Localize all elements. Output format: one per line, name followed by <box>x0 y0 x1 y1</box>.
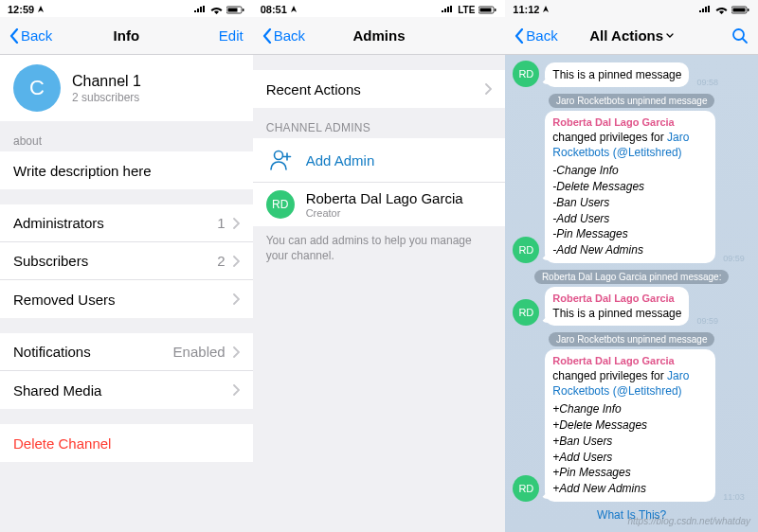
avatar: RD <box>513 299 539 326</box>
admin-role: Creator <box>306 207 493 219</box>
sender-name: Roberta Dal Lago Garcia <box>552 292 681 306</box>
row-value: 1 <box>217 215 225 231</box>
location-icon <box>542 6 550 13</box>
chevron-right-icon <box>233 293 240 305</box>
channel-admins-header: CHANNEL ADMINS <box>253 108 506 138</box>
status-icons <box>193 6 245 14</box>
admin-row[interactable]: RD Roberta Dal Lago GarciaCreator <box>253 183 506 226</box>
avatar: RD <box>266 190 295 219</box>
svg-rect-9 <box>748 9 749 11</box>
sender-name: Roberta Dal Lago Garcia <box>552 354 708 368</box>
removed-users-row[interactable]: Removed Users <box>0 280 253 318</box>
avatar: RD <box>513 475 539 502</box>
row-label: Recent Actions <box>266 81 486 98</box>
page-title: Info <box>114 27 140 44</box>
channel-avatar[interactable]: C <box>13 64 61 112</box>
action-pill: Jaro Rocketbots unpinned message <box>549 94 715 108</box>
search-button[interactable] <box>701 27 749 44</box>
status-bar: 12:59 <box>0 0 253 17</box>
svg-rect-4 <box>480 8 492 11</box>
svg-point-10 <box>733 29 744 40</box>
sender-name: Roberta Dal Lago Garcia <box>552 115 708 130</box>
row-label: Shared Media <box>13 382 233 399</box>
action-pill: Jaro Rocketbots unpinned message <box>549 332 715 346</box>
message-bubble[interactable]: Roberta Dal Lago Garcia changed privileg… <box>545 349 715 502</box>
channel-name: Channel 1 <box>72 73 141 90</box>
location-icon <box>290 6 298 13</box>
row-label: Administrators <box>13 215 217 231</box>
avatar: RD <box>513 237 539 263</box>
chevron-left-icon <box>514 28 524 44</box>
description-row[interactable]: Write description here <box>0 151 253 189</box>
about-header: about <box>0 121 253 151</box>
recent-actions-row[interactable]: Recent Actions <box>253 70 506 108</box>
timestamp: 11:03 <box>723 492 745 502</box>
nav-bar: Back Info Edit <box>0 17 253 55</box>
filter-dropdown[interactable]: All Actions <box>589 27 674 44</box>
edit-button[interactable]: Edit <box>196 27 244 44</box>
svg-rect-8 <box>733 8 746 11</box>
notifications-row[interactable]: NotificationsEnabled <box>0 333 253 371</box>
back-label: Back <box>21 27 52 44</box>
chevron-right-icon <box>233 384 240 396</box>
time: 12:59 <box>8 4 34 15</box>
nav-bar: Back Admins <box>253 17 506 55</box>
back-button[interactable]: Back <box>9 27 57 44</box>
page-title: Admins <box>353 27 406 44</box>
svg-point-6 <box>274 151 282 160</box>
svg-rect-5 <box>495 9 496 11</box>
row-value: 2 <box>217 253 225 269</box>
action-pill: Roberta Dal Lago Garcia pinned message: <box>534 270 730 284</box>
row-label: Subscribers <box>13 253 217 269</box>
status-icons: LTE <box>441 5 497 15</box>
status-icons <box>698 6 750 14</box>
nav-bar: Back All Actions <box>505 17 758 55</box>
chevron-left-icon <box>262 28 272 44</box>
chevron-right-icon <box>233 346 240 358</box>
back-label: Back <box>274 27 305 44</box>
privileges-added: +Change Info+Delete Messages+Ban Users+A… <box>552 401 708 497</box>
message-text: This is a pinned message <box>552 68 681 81</box>
row-label: Removed Users <box>13 292 233 308</box>
lte-label: LTE <box>458 5 475 15</box>
chevron-down-icon <box>666 33 674 38</box>
admin-name: Roberta Dal Lago Garcia <box>306 190 493 206</box>
message-bubble[interactable]: This is a pinned message <box>545 62 689 87</box>
channel-header: C Channel 1 2 subscribers <box>0 55 253 121</box>
privileges-removed: -Change Info-Delete Messages-Ban Users-A… <box>552 163 708 258</box>
filter-label: All Actions <box>589 27 663 44</box>
back-label: Back <box>526 27 557 44</box>
timestamp: 09:58 <box>696 78 718 87</box>
chat-area[interactable]: RDThis is a pinned message09:58 Jaro Roc… <box>505 55 758 532</box>
status-bar: 08:51 LTE <box>253 0 506 17</box>
timestamp: 09:59 <box>723 254 745 263</box>
add-admin-label: Add Admin <box>306 152 493 168</box>
chevron-right-icon <box>233 218 240 229</box>
message-bubble[interactable]: Roberta Dal Lago Garcia changed privileg… <box>545 111 715 263</box>
watermark: https://blog.csdn.net/whatday <box>627 516 750 526</box>
back-button[interactable]: Back <box>262 27 310 44</box>
row-label: Notifications <box>13 344 173 360</box>
chevron-right-icon <box>233 256 240 267</box>
svg-rect-2 <box>243 9 244 11</box>
subscribers-row[interactable]: Subscribers2 <box>0 242 253 280</box>
admins-note: You can add admins to help you manage yo… <box>253 226 506 271</box>
back-button[interactable]: Back <box>514 27 562 44</box>
message-bubble[interactable]: Roberta Dal Lago GarciaThis is a pinned … <box>545 287 689 326</box>
timestamp: 09:59 <box>696 316 718 326</box>
time: 08:51 <box>261 4 287 15</box>
svg-rect-1 <box>227 8 237 11</box>
add-admin-icon <box>268 148 293 172</box>
add-admin-row[interactable]: Add Admin <box>253 138 506 183</box>
administrators-row[interactable]: Administrators1 <box>0 204 253 242</box>
subscribers-count: 2 subscribers <box>72 91 141 104</box>
time: 11:12 <box>513 4 539 15</box>
chevron-left-icon <box>9 28 19 44</box>
shared-media-row[interactable]: Shared Media <box>0 371 253 409</box>
chevron-right-icon <box>485 83 492 95</box>
status-bar: 11:12 <box>505 0 758 17</box>
message-text: This is a pinned message <box>552 307 681 320</box>
search-icon <box>731 27 749 44</box>
location-icon <box>37 6 45 13</box>
delete-channel-button[interactable]: Delete Channel <box>0 424 253 462</box>
